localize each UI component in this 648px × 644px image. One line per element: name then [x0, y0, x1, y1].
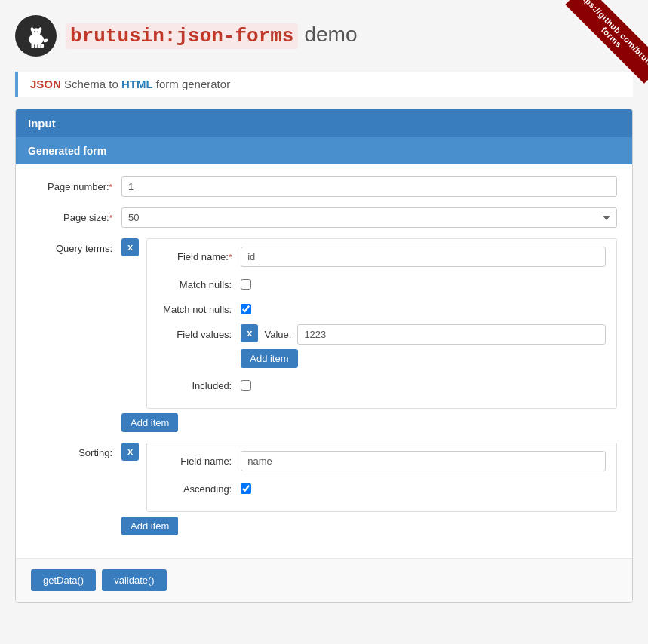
svg-point-5: [37, 31, 38, 32]
field-values-item: x Value:: [241, 324, 606, 345]
svg-point-6: [35, 33, 37, 35]
ascending-checkbox[interactable]: [241, 483, 251, 494]
match-not-nulls-checkbox[interactable]: [241, 304, 251, 314]
sorting-field-name-label: Field name:: [158, 451, 241, 467]
add-item-query-terms-button[interactable]: Add item: [121, 413, 178, 432]
query-terms-label: Query terms:: [31, 238, 121, 254]
field-name-input[interactable]: [241, 247, 606, 267]
field-values-remove-button[interactable]: x: [241, 324, 258, 342]
value-input[interactable]: [297, 324, 606, 345]
sorting-item: x Field name:: [121, 443, 617, 512]
github-ribbon[interactable]: https://github.com/brutusin/json-forms: [557, 0, 648, 90]
included-label: Included:: [158, 376, 241, 391]
match-not-nulls-control: [241, 299, 606, 317]
page-number-input[interactable]: [121, 176, 617, 197]
match-nulls-checkbox[interactable]: [241, 279, 251, 290]
sorting-label: Sorting:: [31, 443, 121, 458]
svg-rect-10: [41, 44, 44, 48]
add-item-field-values-button[interactable]: Add item: [241, 349, 297, 368]
ascending-label: Ascending:: [158, 479, 241, 495]
match-nulls-control: [241, 274, 606, 292]
form-footer: getData() validate(): [16, 558, 632, 602]
sorting-field-name-row: Field name:: [158, 451, 606, 471]
query-terms-row: Query terms: x Field name:*: [31, 238, 617, 432]
brand-name: brutusin:json-forms: [66, 23, 298, 49]
query-terms-remove-button[interactable]: x: [121, 238, 139, 256]
query-terms-nested-form: Field name:* Match nulls:: [146, 238, 617, 409]
generated-form-title: Generated form: [28, 145, 106, 157]
match-not-nulls-row: Match not nulls:: [158, 299, 606, 317]
svg-rect-9: [38, 44, 41, 48]
field-name-row: Field name:*: [158, 247, 606, 267]
subtitle-end: form generator: [156, 78, 230, 90]
included-row: Included:: [158, 376, 606, 393]
svg-rect-7: [31, 44, 34, 48]
sorting-remove-button[interactable]: x: [121, 443, 139, 461]
form-section: Page number:* Page size:* 10 25: [16, 164, 632, 558]
included-checkbox[interactable]: [241, 380, 251, 391]
title-block: brutusin:json-forms demo: [66, 23, 358, 49]
field-name-control: [241, 247, 606, 267]
logo: [15, 15, 57, 57]
input-panel-header: Input: [16, 109, 632, 137]
input-panel-title: Input: [28, 117, 56, 130]
subtitle-html: HTML: [121, 78, 153, 90]
ribbon-link[interactable]: https://github.com/brutusin/json-forms: [565, 0, 648, 84]
page-number-label: Page number:*: [31, 176, 121, 192]
page-size-control: 10 25 50 100: [121, 207, 617, 228]
page-header: brutusin:json-forms demo: [15, 15, 633, 57]
sorting-field-name-input[interactable]: [241, 451, 606, 471]
logo-icon: [23, 23, 50, 50]
value-row: Value:: [264, 324, 606, 345]
ascending-row: Ascending:: [158, 479, 606, 496]
form-area: Generated form Page number:* Page size:*: [16, 137, 632, 602]
sorting-row: Sorting: x Field name:: [31, 443, 617, 535]
field-values-label: Field values:: [158, 324, 241, 340]
page-number-row: Page number:*: [31, 176, 617, 197]
add-item-sorting-row: Add item: [121, 517, 617, 535]
add-item-field-values-row: Add item: [241, 349, 606, 368]
field-values-row: Field values: x Value:: [158, 324, 606, 368]
get-data-button[interactable]: getData(): [31, 569, 96, 591]
match-not-nulls-label: Match not nulls:: [158, 299, 241, 315]
page-size-label: Page size:*: [31, 207, 121, 223]
query-terms-control: x Field name:*: [121, 238, 617, 432]
included-control: [241, 376, 606, 393]
subtitle-middle: Schema to: [64, 78, 118, 90]
subtitle-text: JSON Schema to HTML form generator: [30, 78, 230, 90]
sorting-control: x Field name:: [121, 443, 617, 535]
value-label: Value:: [264, 329, 291, 340]
add-item-sorting-button[interactable]: Add item: [121, 517, 178, 535]
main-panel: Input Generated form Page number:*: [15, 109, 633, 603]
match-nulls-row: Match nulls:: [158, 274, 606, 292]
page-number-control: [121, 176, 617, 197]
page-size-row: Page size:* 10 25 50 100: [31, 207, 617, 228]
query-terms-item: x Field name:*: [121, 238, 617, 409]
sorting-field-name-control: [241, 451, 606, 471]
svg-rect-8: [34, 44, 37, 48]
ascending-control: [241, 479, 606, 496]
page-size-select[interactable]: 10 25 50 100: [121, 207, 617, 228]
sorting-nested-form: Field name: Ascending:: [146, 443, 617, 512]
add-item-query-terms-row: Add item: [121, 413, 617, 432]
generated-form-header: Generated form: [16, 137, 632, 164]
field-values-control: x Value: Add item: [241, 324, 606, 368]
match-nulls-label: Match nulls:: [158, 274, 241, 290]
svg-point-4: [33, 31, 35, 32]
field-name-label: Field name:*: [158, 247, 241, 262]
demo-label: demo: [304, 23, 357, 47]
validate-button[interactable]: validate(): [102, 569, 166, 591]
subtitle-json: JSON: [30, 78, 61, 90]
subtitle-bar: JSON Schema to HTML form generator: [15, 72, 633, 97]
